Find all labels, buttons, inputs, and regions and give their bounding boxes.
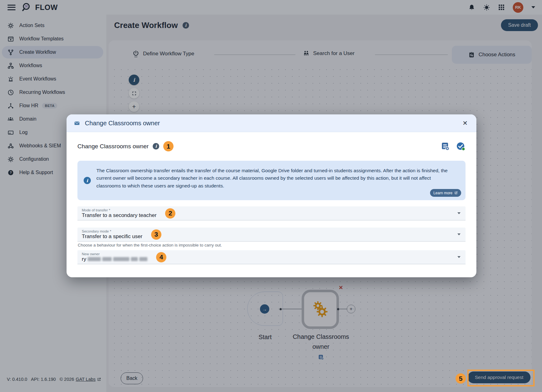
annotation-badge-1: 1 xyxy=(163,141,174,151)
action-section-title: Change Classrooms owner xyxy=(77,143,149,150)
chevron-down-icon xyxy=(457,233,461,235)
validation-check-icon[interactable] xyxy=(456,142,466,151)
field-value: Transfer to a secondary teacher xyxy=(82,212,156,219)
modal-body: Change Classrooms owner i 1 i The Classr… xyxy=(67,141,476,264)
annotation-badge-2: 2 xyxy=(165,208,175,219)
learn-more-label: Learn more xyxy=(433,191,452,195)
external-link-icon xyxy=(454,191,458,195)
learn-more-button[interactable]: Learn more xyxy=(430,189,461,197)
modal-title: Change Classrooms owner xyxy=(85,120,160,127)
redacted-email xyxy=(88,257,147,261)
form-add-icon[interactable] xyxy=(441,142,449,150)
annotation-rectangle-send-button xyxy=(467,370,535,386)
field-label: Mode of transfer * xyxy=(82,208,156,212)
action-info-icon[interactable]: i xyxy=(153,143,159,150)
annotation-badge-4: 4 xyxy=(156,252,166,262)
change-classrooms-owner-modal: Change Classrooms owner ✕ Change Classro… xyxy=(67,114,476,277)
modal-header: Change Classrooms owner ✕ xyxy=(67,114,476,132)
close-icon[interactable]: ✕ xyxy=(461,119,469,127)
chevron-down-icon xyxy=(457,256,461,258)
secondary-mode-helper-text: Choose a behaviour for when the first-ch… xyxy=(78,243,466,247)
annotation-badge-5: 5 xyxy=(456,373,466,384)
info-alert: i The Classroom ownership transfer entai… xyxy=(77,161,466,200)
alert-text: The Classroom ownership transfer entails… xyxy=(96,167,459,189)
annotation-badge-3: 3 xyxy=(151,229,161,240)
field-value: ry xyxy=(82,256,86,262)
new-owner-select[interactable]: New owner ry 4 xyxy=(77,250,466,264)
alert-info-icon: i xyxy=(84,177,91,184)
field-label: New owner xyxy=(82,252,147,256)
send-envelope-icon xyxy=(74,120,80,126)
field-label: Secondary mode * xyxy=(82,229,142,233)
field-value: Transfer to a specific user xyxy=(82,233,142,240)
chevron-down-icon xyxy=(457,212,461,214)
secondary-mode-select[interactable]: Secondary mode * Transfer to a specific … xyxy=(77,228,466,242)
mode-of-transfer-select[interactable]: Mode of transfer * Transfer to a seconda… xyxy=(77,206,466,220)
